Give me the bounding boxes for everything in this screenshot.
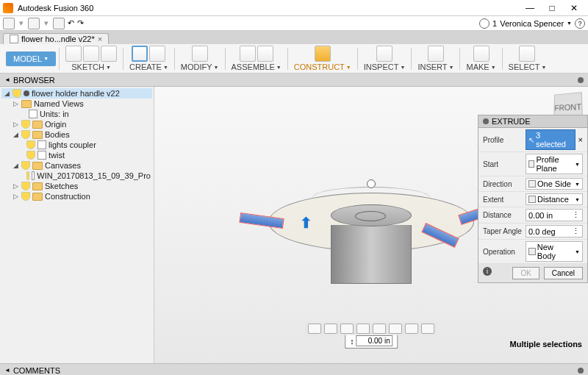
extent-dropdown[interactable]: Distance▼ [526,193,583,205]
bulb-icon[interactable] [26,171,29,180]
undo-button[interactable]: ↶ [68,18,74,28]
select-group[interactable]: SELECT▼ [509,63,547,71]
ok-button[interactable]: OK [512,267,539,279]
bulb-icon[interactable] [26,151,35,160]
user-name[interactable]: Veronica Spencer [500,19,564,28]
redo-button[interactable]: ↷ [77,18,84,28]
make-tool-icon[interactable] [473,46,490,62]
extrude-arrow-icon[interactable]: ⬆ [300,214,312,232]
panel-bullet-icon [483,118,489,124]
operation-dropdown[interactable]: New Body▼ [526,241,583,262]
tree-canvas-item[interactable]: WIN_20170813_15_09_39_Pro [1,171,152,181]
profile-selector[interactable]: ↖ 3 selected [526,129,576,150]
tree-units[interactable]: Units: in [1,109,152,119]
modify-tool-icon[interactable] [192,46,208,62]
folder-icon [21,100,32,108]
modify-group[interactable]: MODIFY▼ [181,63,219,71]
file-icon[interactable] [28,18,40,29]
bulb-icon[interactable] [21,161,30,170]
construct-tool-icon[interactable] [315,46,331,62]
bulb-icon[interactable] [21,192,30,201]
newbody-icon [528,248,536,255]
look-icon[interactable] [373,324,386,334]
insert-group[interactable]: INSERT▼ [417,63,453,71]
close-button[interactable]: ✕ [563,3,585,13]
orbit-icon[interactable] [308,324,321,334]
comments-label: COMMENTS [13,366,60,375]
cancel-button[interactable]: Cancel [544,267,583,279]
display-icon[interactable] [389,324,402,334]
inspect-group[interactable]: INSPECT▼ [364,63,406,71]
dimension-input[interactable]: ↕ [345,333,398,349]
comments-collapse-icon[interactable]: ◄ [4,367,10,374]
tree-body-twist[interactable]: twist [1,150,152,160]
start-dropdown[interactable]: Profile Plane▼ [526,154,583,174]
inspect-tool-icon[interactable] [376,46,392,62]
maximize-button[interactable]: □ [541,3,563,13]
browser-collapse-icon[interactable]: ◄ [4,76,10,83]
grid-icon[interactable] [405,324,418,334]
fit-icon[interactable] [356,324,370,334]
assemble-tool-icon[interactable] [240,46,256,62]
canvas-icon [32,171,35,180]
rect-tool-icon[interactable] [101,46,117,62]
orbit-handle[interactable] [367,179,376,188]
viewport-icon[interactable] [421,324,434,334]
tab-close-icon[interactable]: × [98,35,102,43]
body-icon [37,151,46,160]
tree-origin[interactable]: ▷Origin [1,119,152,129]
create-group[interactable]: CREATE▼ [129,63,168,71]
tree-body-lights[interactable]: lights coupler [1,140,152,150]
tree-construction[interactable]: ▷Construction [1,191,152,201]
tree-sketches[interactable]: ▷Sketches [1,181,152,191]
assemble-group[interactable]: ASSEMBLE▼ [232,63,282,71]
zoom-icon[interactable] [340,324,354,334]
bulb-icon[interactable] [21,182,30,190]
status-text: Multiple selections [510,340,582,349]
help-button[interactable]: ? [575,18,585,29]
clock-icon[interactable] [479,18,490,29]
notification-count[interactable]: 1 [492,19,497,28]
extrude-panel: EXTRUDE Profile↖ 3 selected× StartProfil… [478,115,588,283]
handle-body[interactable] [421,223,459,248]
browser-options-icon[interactable] [578,77,584,83]
workspace-switcher[interactable]: MODEL ▼ [6,51,56,66]
tree-canvases[interactable]: ◢Canvases [1,160,152,171]
grid-icon[interactable] [3,18,15,29]
document-tab[interactable]: flower ho...ndle v22* × [3,33,109,44]
clear-selection-icon[interactable]: × [578,135,583,144]
direction-dropdown[interactable]: One Side▼ [526,178,583,190]
tree-bodies[interactable]: ◢Bodies [1,129,152,140]
revolve-tool-icon[interactable] [149,46,165,62]
distance-input[interactable]: 0.00 in⋮ [526,209,583,221]
comments-options-icon[interactable] [578,368,584,374]
bulb-icon[interactable] [12,89,21,98]
sketch-group[interactable]: SKETCH▼ [71,63,111,71]
panel-title: EXTRUDE [492,117,531,126]
tree-named-views[interactable]: ▷Named Views [1,99,152,109]
taper-input[interactable]: 0.0 deg⋮ [526,225,583,238]
insert-tool-icon[interactable] [428,46,444,62]
bulb-icon[interactable] [21,130,30,139]
folder-icon [32,193,43,201]
save-icon[interactable] [53,18,65,29]
joint-tool-icon[interactable] [257,46,273,62]
bulb-icon[interactable] [26,140,35,149]
minimize-button[interactable]: — [519,3,541,13]
dimension-field[interactable] [356,335,392,346]
plane-icon [528,160,534,168]
pan-icon[interactable] [324,324,337,334]
select-tool-icon[interactable] [519,46,535,62]
sketch-tool-icon[interactable] [65,46,82,62]
extrude-tool-icon[interactable] [132,46,148,62]
browser-title: BROWSER [13,76,55,85]
folder-icon [32,131,43,139]
bulb-icon[interactable] [21,120,30,129]
line-tool-icon[interactable] [83,46,99,62]
construct-group[interactable]: CONSTRUCT▼ [294,63,351,71]
handle-body[interactable] [239,213,284,229]
app-title: Autodesk Fusion 360 [18,4,519,12]
info-icon[interactable]: i [483,267,492,276]
tree-root[interactable]: ◢flower holder handle v22 [1,88,152,99]
make-group[interactable]: MAKE▼ [466,63,495,71]
